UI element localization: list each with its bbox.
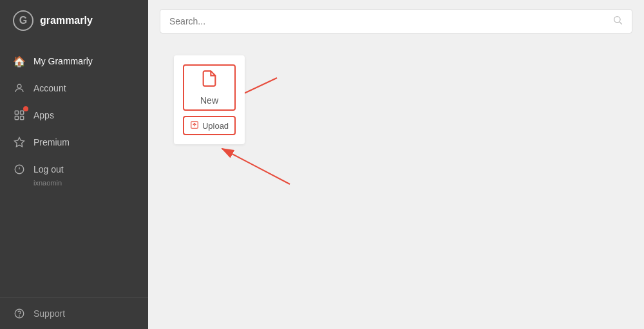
home-icon: 🏠 (13, 55, 26, 68)
sidebar-item-label: Apps (33, 110, 54, 120)
svg-point-10 (614, 17, 620, 23)
logo-letter: G (19, 15, 27, 26)
svg-marker-5 (15, 138, 24, 147)
search-bar (160, 9, 632, 33)
sidebar-item-logout-wrapper: Log out ixnaomin (0, 156, 148, 189)
svg-rect-3 (15, 117, 18, 120)
svg-line-13 (222, 149, 290, 184)
sidebar-item-label: Account (33, 83, 66, 93)
apps-badge (23, 106, 28, 111)
brand-name: grammarly (40, 15, 93, 26)
sidebar-item-support[interactable]: Support (0, 297, 148, 329)
main-content: New Upload (148, 0, 644, 329)
brand-logo: G grammarly (0, 0, 148, 41)
sidebar-item-account[interactable]: Account (0, 75, 148, 102)
sidebar-item-label: Premium (33, 137, 70, 147)
sidebar-item-label: My Grammarly (33, 56, 93, 66)
apps-icon (13, 109, 26, 122)
support-label: Support (33, 308, 65, 319)
new-button[interactable]: New (183, 64, 236, 111)
sidebar-item-premium[interactable]: Premium (0, 129, 148, 156)
account-icon (13, 82, 26, 95)
upload-button[interactable]: Upload (183, 116, 236, 135)
new-upload-card: New Upload (174, 55, 245, 144)
upload-label: Upload (202, 121, 229, 131)
support-icon (13, 307, 26, 320)
svg-point-0 (17, 84, 21, 88)
sidebar-item-apps[interactable]: Apps (0, 102, 148, 129)
sidebar-item-my-grammarly[interactable]: 🏠 My Grammarly (0, 48, 148, 75)
premium-icon (13, 136, 26, 149)
new-label: New (200, 95, 218, 106)
content-area: New Upload (148, 42, 644, 329)
search-input[interactable] (169, 16, 607, 26)
svg-rect-4 (21, 117, 24, 120)
new-file-icon (200, 70, 218, 91)
svg-rect-2 (21, 111, 24, 114)
svg-point-8 (15, 309, 24, 318)
sidebar: G grammarly 🏠 My Grammarly Account Apps (0, 0, 148, 329)
username-label: ixnaomin (0, 179, 148, 189)
svg-line-11 (620, 22, 622, 24)
logout-icon (13, 163, 26, 176)
svg-rect-1 (15, 111, 18, 114)
upload-icon (190, 120, 199, 131)
search-icon (612, 15, 623, 28)
logo-icon: G (13, 10, 33, 31)
sidebar-nav: 🏠 My Grammarly Account Apps Premium (0, 41, 148, 297)
sidebar-item-label: Log out (33, 164, 64, 174)
